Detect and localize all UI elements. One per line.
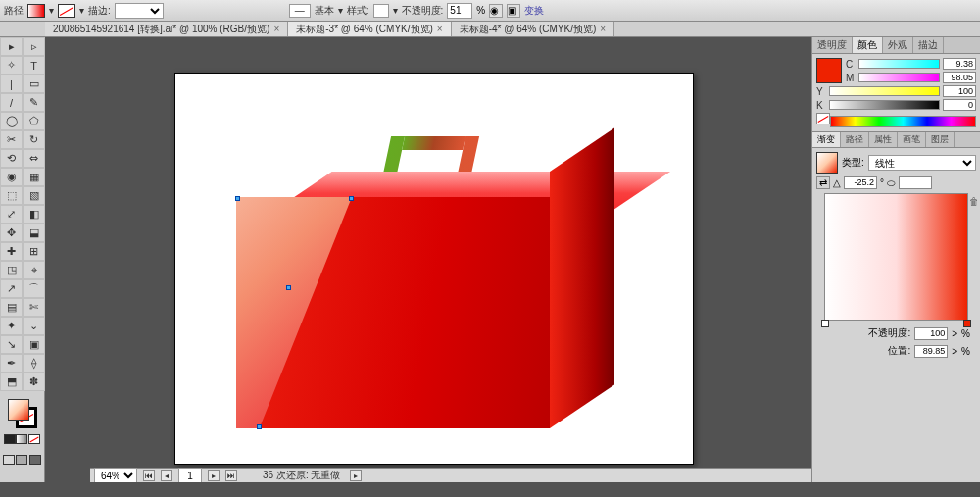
tab-color[interactable]: 颜色 — [853, 37, 883, 53]
anchor-point[interactable] — [349, 196, 354, 201]
tool-11[interactable]: ↻ — [23, 130, 45, 149]
fill-swatch[interactable] — [27, 4, 45, 18]
none-mode-chip[interactable] — [28, 434, 40, 444]
doc-tab-2[interactable]: 未标题-3* @ 64% (CMYK/预览)× — [288, 22, 451, 36]
screen-mode-present[interactable] — [29, 455, 41, 465]
tab-attributes[interactable]: 属性 — [869, 132, 898, 147]
tool-9[interactable]: ⬠ — [23, 112, 45, 130]
tool-36[interactable]: ⬒ — [0, 373, 23, 391]
tool-25[interactable]: ⌖ — [23, 261, 45, 279]
tab-appearance[interactable]: 外观 — [883, 37, 913, 53]
tool-24[interactable]: ◳ — [0, 261, 23, 279]
close-icon[interactable]: × — [600, 24, 606, 34]
tool-15[interactable]: ▦ — [23, 168, 45, 186]
canvas[interactable]: 64% ⏮ ◂ ▸ ⏭ 36 次还原: 无重做 ▸ — [45, 37, 811, 482]
gradient-swatch[interactable] — [816, 152, 838, 174]
tool-31[interactable]: ⌄ — [23, 317, 45, 335]
tool-1[interactable]: ▹ — [23, 37, 45, 56]
tab-layers[interactable]: 图层 — [926, 132, 955, 147]
tab-brushes[interactable]: 画笔 — [898, 132, 926, 147]
tool-14[interactable]: ◉ — [0, 168, 23, 186]
tool-32[interactable]: ↘ — [0, 335, 23, 354]
tool-13[interactable]: ⇔ — [23, 149, 45, 168]
stroke-weight-select[interactable] — [115, 3, 164, 19]
style-preview[interactable] — [373, 4, 389, 18]
gradient-type-select[interactable]: 线性 — [868, 155, 976, 171]
opacity-input[interactable] — [447, 3, 472, 19]
tool-28[interactable]: ▤ — [0, 298, 23, 317]
k-slider[interactable] — [829, 100, 940, 110]
screen-mode-normal[interactable] — [3, 455, 15, 465]
tool-26[interactable]: ↗ — [0, 279, 23, 298]
current-fill-swatch[interactable] — [816, 58, 842, 83]
tool-20[interactable]: ✥ — [0, 224, 23, 242]
tool-23[interactable]: ⊞ — [23, 242, 45, 261]
tab-gradient[interactable]: 渐变 — [812, 132, 841, 147]
tool-33[interactable]: ▣ — [23, 335, 45, 354]
close-icon[interactable]: × — [273, 24, 279, 34]
tool-21[interactable]: ⬓ — [23, 224, 45, 242]
c-value[interactable]: 9.38 — [943, 58, 976, 70]
tool-27[interactable]: ⌒ — [23, 279, 45, 298]
doc-tab-1[interactable]: 200865145921614 [转换].ai* @ 100% (RGB/预览)… — [45, 22, 288, 36]
none-color-icon[interactable] — [816, 113, 830, 124]
page-input[interactable] — [178, 468, 202, 482]
tab-stroke[interactable]: 描边 — [913, 37, 944, 53]
close-icon[interactable]: × — [437, 24, 443, 34]
y-slider[interactable] — [829, 86, 940, 96]
anchor-point[interactable] — [235, 196, 240, 201]
tool-2[interactable]: ✧ — [0, 56, 23, 75]
stop-location-input[interactable]: 89.85 — [914, 345, 948, 358]
tool-10[interactable]: ✂ — [0, 130, 23, 149]
tool-3[interactable]: T — [23, 56, 45, 75]
tool-19[interactable]: ◧ — [23, 205, 45, 224]
tool-17[interactable]: ▧ — [23, 186, 45, 205]
zoom-select[interactable]: 64% — [94, 468, 137, 482]
brush-preview[interactable]: — — [289, 4, 311, 18]
tool-18[interactable]: ⤢ — [0, 205, 23, 224]
m-value[interactable]: 98.05 — [943, 72, 976, 83]
c-slider[interactable] — [858, 59, 940, 69]
tool-30[interactable]: ✦ — [0, 317, 23, 335]
tool-7[interactable]: ✎ — [23, 93, 45, 112]
fill-chip[interactable] — [8, 399, 29, 421]
stop-opacity-input[interactable]: 100 — [914, 327, 948, 340]
screen-mode-full[interactable] — [16, 455, 27, 465]
gradient-stop-right[interactable] — [963, 320, 971, 327]
tool-34[interactable]: ✒ — [0, 354, 23, 373]
gradient-ramp[interactable]: 🗑 — [824, 193, 968, 321]
tool-37[interactable]: ✽ — [23, 373, 45, 391]
fill-stroke-control[interactable] — [0, 391, 44, 450]
k-value[interactable]: 0 — [943, 99, 976, 111]
m-slider[interactable] — [858, 73, 940, 82]
tool-4[interactable]: | — [0, 75, 23, 93]
tool-16[interactable]: ⬚ — [0, 186, 23, 205]
first-page-icon[interactable]: ⏮ — [143, 470, 155, 481]
tool-5[interactable]: ▭ — [23, 75, 45, 93]
artboard[interactable] — [174, 73, 694, 465]
tool-12[interactable]: ⟲ — [0, 149, 23, 168]
tool-6[interactable]: / — [0, 93, 23, 112]
spectrum-ramp[interactable] — [830, 116, 976, 127]
tool-35[interactable]: ⟠ — [23, 354, 45, 373]
tool-8[interactable]: ◯ — [0, 112, 23, 130]
gradient-mode-chip[interactable] — [16, 434, 27, 444]
delete-stop-icon[interactable]: 🗑 — [969, 196, 979, 207]
last-page-icon[interactable]: ⏭ — [225, 470, 237, 481]
next-page-icon[interactable]: ▸ — [208, 470, 220, 481]
anchor-point[interactable] — [286, 285, 291, 290]
angle-input[interactable]: -25.2 — [844, 176, 877, 189]
aspect-input[interactable] — [899, 176, 932, 189]
tool-22[interactable]: ✚ — [0, 242, 23, 261]
status-menu-icon[interactable]: ▸ — [350, 470, 362, 481]
tool-29[interactable]: ✄ — [23, 298, 45, 317]
reverse-gradient-icon[interactable]: ⇄ — [816, 176, 830, 189]
tab-transparency[interactable]: 透明度 — [812, 37, 853, 53]
align-icon[interactable]: ▣ — [507, 4, 520, 18]
transform-link[interactable]: 变换 — [524, 4, 544, 18]
stroke-swatch[interactable] — [58, 4, 75, 18]
tab-path[interactable]: 路径 — [841, 132, 869, 147]
gradient-stop-left[interactable] — [821, 320, 829, 327]
anchor-point[interactable] — [257, 424, 262, 429]
prev-page-icon[interactable]: ◂ — [161, 470, 172, 481]
